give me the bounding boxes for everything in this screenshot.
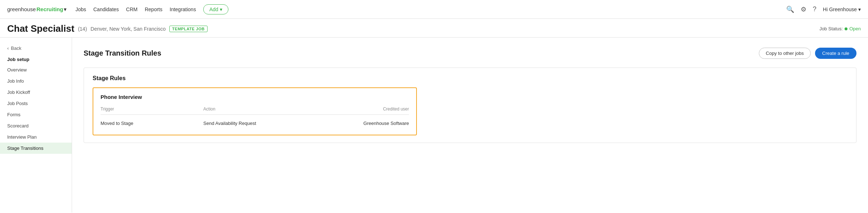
- sidebar-section-label: Job setup: [0, 55, 72, 64]
- logo-chevron: ▾: [64, 6, 67, 13]
- sidebar-item-overview[interactable]: Overview: [0, 64, 72, 75]
- job-status: Job Status: Open: [819, 26, 861, 31]
- job-status-label: Job Status:: [819, 26, 843, 31]
- nav-crm[interactable]: CRM: [126, 6, 138, 12]
- sidebar: ‹ Back Job setup Overview Job Info Job K…: [0, 38, 72, 213]
- stage-name: Phone Interview: [101, 94, 409, 100]
- settings-button[interactable]: ⚙: [801, 5, 806, 13]
- phone-interview-box: Phone Interview Trigger Action Credited …: [93, 87, 417, 135]
- job-title-bar: Chat Specialist (14) Denver, New York, S…: [0, 19, 868, 38]
- help-button[interactable]: ?: [813, 5, 816, 13]
- header-action: Action: [203, 107, 306, 112]
- logo-brand: Recruiting: [36, 6, 63, 12]
- nav-integrations[interactable]: Integrations: [170, 6, 196, 12]
- add-label: Add: [209, 6, 218, 12]
- sidebar-item-scorecard[interactable]: Scorecard: [0, 120, 72, 131]
- header-actions: Copy to other jobs Create a rule: [759, 48, 856, 59]
- back-label: Back: [11, 45, 21, 51]
- back-chevron: ‹: [7, 45, 9, 51]
- page-title: Stage Transition Rules: [84, 49, 161, 57]
- job-title-left: Chat Specialist (14) Denver, New York, S…: [7, 23, 208, 34]
- create-rule-button[interactable]: Create a rule: [815, 48, 856, 59]
- sidebar-item-job-info[interactable]: Job Info: [0, 75, 72, 87]
- sidebar-item-forms[interactable]: Forms: [0, 109, 72, 120]
- main-layout: ‹ Back Job setup Overview Job Info Job K…: [0, 38, 868, 213]
- header-credited-user: Credited user: [306, 107, 409, 112]
- top-nav-links: Jobs Candidates CRM Reports Integrations…: [75, 4, 777, 14]
- header-trigger: Trigger: [101, 107, 203, 112]
- sidebar-item-stage-transitions[interactable]: Stage Transitions: [0, 143, 72, 154]
- job-location: Denver, New York, San Francisco: [90, 26, 166, 32]
- template-badge: TEMPLATE JOB: [169, 26, 208, 32]
- row-credited-user: Greenhouse Software: [306, 121, 409, 126]
- logo-text: greenhouse: [7, 6, 36, 12]
- add-button[interactable]: Add ▾: [203, 4, 228, 14]
- user-chevron: ▾: [858, 6, 861, 12]
- app-logo[interactable]: greenhouse Recruiting ▾: [7, 6, 67, 13]
- job-count: (14): [78, 26, 87, 32]
- row-action: Send Availability Request: [203, 121, 306, 126]
- search-button[interactable]: 🔍: [786, 5, 794, 13]
- stage-rules-card: Stage Rules Phone Interview Trigger Acti…: [84, 68, 856, 143]
- job-title: Chat Specialist: [7, 23, 74, 34]
- row-trigger: Moved to Stage: [101, 121, 203, 126]
- status-dot: [845, 27, 847, 30]
- hi-user-label: Hi Greenhouse: [823, 6, 857, 12]
- table-row: Moved to Stage Send Availability Request…: [101, 118, 409, 129]
- nav-reports[interactable]: Reports: [145, 6, 163, 12]
- sidebar-item-job-posts[interactable]: Job Posts: [0, 98, 72, 109]
- sidebar-item-interview-plan[interactable]: Interview Plan: [0, 131, 72, 143]
- add-chevron: ▾: [220, 6, 222, 12]
- copy-to-other-jobs-button[interactable]: Copy to other jobs: [759, 48, 811, 59]
- top-navigation: greenhouse Recruiting ▾ Jobs Candidates …: [0, 0, 868, 19]
- rule-table: Trigger Action Credited user Moved to St…: [101, 105, 409, 129]
- status-value: Open: [849, 26, 861, 31]
- main-content: Stage Transition Rules Copy to other job…: [72, 38, 868, 213]
- sidebar-item-job-kickoff[interactable]: Job Kickoff: [0, 87, 72, 98]
- back-link[interactable]: ‹ Back: [0, 43, 72, 55]
- nav-jobs[interactable]: Jobs: [75, 6, 86, 12]
- content-header: Stage Transition Rules Copy to other job…: [84, 48, 856, 59]
- rule-table-header: Trigger Action Credited user: [101, 105, 409, 115]
- nav-candidates[interactable]: Candidates: [93, 6, 119, 12]
- user-menu[interactable]: Hi Greenhouse ▾: [823, 6, 861, 12]
- card-title: Stage Rules: [93, 75, 847, 82]
- topnav-right: 🔍 ⚙ ? Hi Greenhouse ▾: [786, 5, 861, 13]
